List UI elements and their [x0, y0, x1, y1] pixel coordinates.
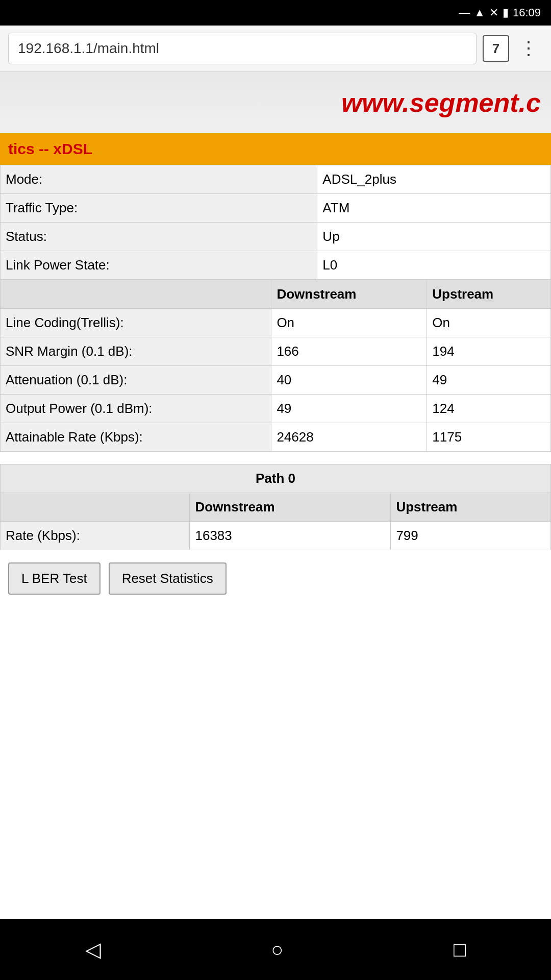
section-title: tics -- xDSL	[8, 140, 92, 157]
reset-statistics-button[interactable]: Reset Statistics	[109, 562, 227, 595]
path-stats-row: Rate (Kbps): 16383 799	[1, 522, 551, 550]
detail-upstream-0: On	[427, 309, 551, 337]
detail-stats-row: Attenuation (0.1 dB): 40 49	[1, 366, 551, 395]
basic-stats-row: Traffic Type: ATM	[1, 194, 551, 223]
banner: www.segment.c	[0, 72, 551, 133]
wifi-icon: ▲	[474, 6, 485, 19]
basic-label-0: Mode:	[1, 165, 317, 194]
detail-stats-row: Attainable Rate (Kbps): 24628 1175	[1, 423, 551, 452]
path-stats-table: Path 0 Downstream Upstream Rate (Kbps): …	[0, 452, 551, 550]
x-icon: ✕	[489, 6, 498, 19]
section-header: tics -- xDSL	[0, 133, 551, 165]
menu-button[interactable]: ⋮	[515, 34, 543, 63]
basic-stats-row: Status: Up	[1, 223, 551, 251]
home-button[interactable]: ○	[271, 938, 283, 961]
detail-downstream-3: 49	[271, 395, 427, 423]
detail-header-row: Downstream Upstream	[1, 280, 551, 309]
status-icons: — ▲ ✕ ▮ 16:09	[459, 6, 541, 19]
detail-label-0: Line Coding(Trellis):	[1, 309, 271, 337]
basic-stats-table: Mode: ADSL_2plus Traffic Type: ATM Statu…	[0, 165, 551, 280]
path-downstream-0: 16383	[190, 522, 391, 550]
path-row: Path 0	[1, 464, 551, 493]
back-button[interactable]: ◁	[85, 938, 101, 961]
detail-col3-header: Upstream	[427, 280, 551, 309]
nav-bar: ◁ ○ □	[0, 919, 551, 980]
buttons-area: L BER Test Reset Statistics	[0, 550, 551, 607]
detail-downstream-2: 40	[271, 366, 427, 395]
path-header-row: Downstream Upstream	[1, 493, 551, 522]
basic-label-2: Status:	[1, 223, 317, 251]
tab-count-button[interactable]: 7	[483, 35, 509, 62]
path-col2-header: Downstream	[190, 493, 391, 522]
detail-upstream-4: 1175	[427, 423, 551, 452]
address-bar[interactable]: 192.168.1.1/main.html	[8, 33, 477, 64]
basic-stats-row: Link Power State: L0	[1, 251, 551, 280]
detail-stats-row: SNR Margin (0.1 dB): 166 194	[1, 337, 551, 366]
time-display: 16:09	[513, 6, 541, 19]
basic-value-3: L0	[317, 251, 551, 280]
path-label-0: Rate (Kbps):	[1, 522, 190, 550]
basic-stats-row: Mode: ADSL_2plus	[1, 165, 551, 194]
basic-value-0: ADSL_2plus	[317, 165, 551, 194]
status-bar: — ▲ ✕ ▮ 16:09	[0, 0, 551, 26]
path-upstream-0: 799	[391, 522, 551, 550]
detail-downstream-4: 24628	[271, 423, 427, 452]
basic-label-3: Link Power State:	[1, 251, 317, 280]
detail-downstream-1: 166	[271, 337, 427, 366]
spacer-row	[1, 452, 551, 464]
detail-upstream-3: 124	[427, 395, 551, 423]
banner-text: www.segment.c	[341, 87, 541, 118]
basic-label-1: Traffic Type:	[1, 194, 317, 223]
recent-button[interactable]: □	[454, 938, 466, 961]
path-col3-header: Upstream	[391, 493, 551, 522]
browser-chrome: 192.168.1.1/main.html 7 ⋮	[0, 26, 551, 72]
detail-downstream-0: On	[271, 309, 427, 337]
detail-col2-header: Downstream	[271, 280, 427, 309]
detail-label-4: Attainable Rate (Kbps):	[1, 423, 271, 452]
detail-stats-row: Line Coding(Trellis): On On	[1, 309, 551, 337]
detail-label-3: Output Power (0.1 dBm):	[1, 395, 271, 423]
basic-value-2: Up	[317, 223, 551, 251]
web-content: www.segment.c tics -- xDSL Mode: ADSL_2p…	[0, 72, 551, 965]
detail-upstream-2: 49	[427, 366, 551, 395]
detail-upstream-1: 194	[427, 337, 551, 366]
detail-stats-table: Downstream Upstream Line Coding(Trellis)…	[0, 280, 551, 452]
path-title: Path 0	[1, 464, 551, 493]
path-col1-header	[1, 493, 190, 522]
minimize-icon: —	[459, 6, 470, 19]
detail-label-1: SNR Margin (0.1 dB):	[1, 337, 271, 366]
battery-icon: ▮	[503, 6, 509, 19]
detail-stats-row: Output Power (0.1 dBm): 49 124	[1, 395, 551, 423]
ber-test-button[interactable]: L BER Test	[8, 562, 101, 595]
basic-value-1: ATM	[317, 194, 551, 223]
detail-label-2: Attenuation (0.1 dB):	[1, 366, 271, 395]
detail-col1-header	[1, 280, 271, 309]
